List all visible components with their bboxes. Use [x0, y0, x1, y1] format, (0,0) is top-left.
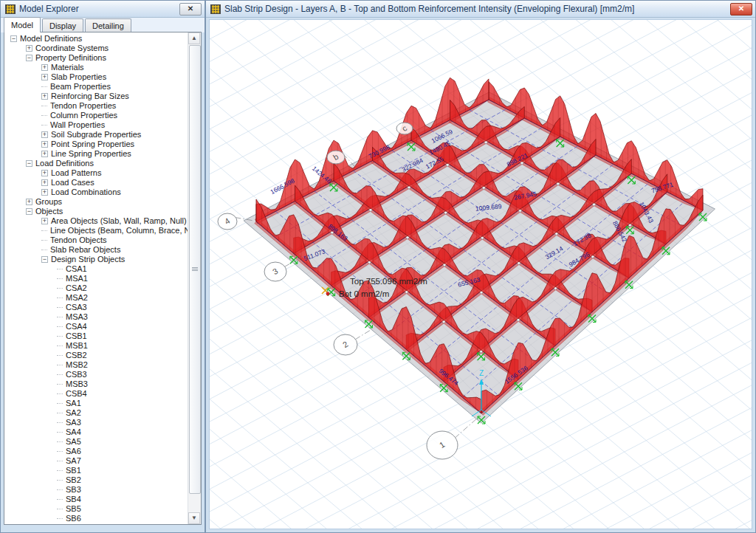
tree-item[interactable]: SB6 [4, 514, 188, 523]
tree-item[interactable]: SA3 [4, 418, 188, 427]
scroll-down-icon[interactable]: ▼ [188, 512, 200, 524]
tree-item-label: Tendon Objects [50, 235, 106, 245]
app-grid-icon [210, 4, 221, 15]
tree-item[interactable]: SA7 [4, 456, 188, 466]
scrollbar-thumb[interactable] [189, 45, 201, 494]
tree-item[interactable]: +Slab Properties [4, 72, 188, 82]
tree-item[interactable]: SB1 [4, 466, 188, 475]
tree-item[interactable]: +Groups [4, 197, 188, 207]
tree-connector [57, 326, 63, 327]
tab-model[interactable]: Model [4, 17, 41, 32]
tree-item[interactable]: SA5 [4, 437, 188, 447]
tree-connector [41, 86, 47, 87]
tree-item[interactable]: −Property Definitions [4, 53, 188, 63]
close-icon[interactable]: ✕ [179, 3, 202, 16]
tab-detailing[interactable]: Detailing [85, 18, 131, 32]
tree-item[interactable]: Wall Properties [4, 120, 188, 130]
scroll-up-icon[interactable]: ▲ [188, 32, 200, 44]
expand-icon[interactable]: + [41, 218, 48, 224]
tree-item-label: SB1 [66, 466, 81, 475]
tree-item[interactable]: CSA3 [4, 303, 188, 312]
tree-connector [57, 518, 63, 519]
tree-item[interactable]: −Objects [4, 207, 188, 216]
tree-item[interactable]: −Design Strip Objects [4, 255, 188, 264]
tree-item[interactable]: +Load Patterns [4, 168, 188, 178]
tree-item[interactable]: SA6 [4, 447, 188, 456]
tree-item[interactable]: MSB1 [4, 341, 188, 351]
tree-item[interactable]: +Load Combinations [4, 188, 188, 197]
tree-connector [41, 115, 47, 116]
tree-scrollbar[interactable]: ▲ ▼ [188, 32, 201, 524]
tree-item-label: Wall Properties [50, 120, 105, 130]
tree-item[interactable]: CSA4 [4, 322, 188, 331]
tree-item[interactable]: MSB2 [4, 360, 188, 370]
tree-item[interactable]: Beam Properties [4, 82, 188, 92]
tree-item[interactable]: CSB1 [4, 331, 188, 341]
tree-item[interactable]: Tendon Properties [4, 101, 188, 111]
tree-connector [41, 125, 47, 125]
design-view-titlebar[interactable]: Slab Strip Design - Layers A, B - Top an… [206, 1, 755, 18]
expand-icon[interactable]: + [41, 170, 48, 176]
tree-item[interactable]: +Materials [4, 63, 188, 72]
tree-item[interactable]: CSA2 [4, 283, 188, 293]
expand-icon[interactable]: + [41, 64, 48, 71]
tree-item[interactable]: MSB3 [4, 379, 188, 389]
tree-item[interactable]: +Line Spring Properties [4, 149, 188, 159]
collapse-icon[interactable]: − [26, 208, 32, 215]
tree-item[interactable]: CSA1 [4, 264, 188, 274]
tree-item-label: CSB4 [66, 389, 87, 399]
close-icon[interactable]: ✕ [730, 3, 752, 16]
tree-item[interactable]: +Soil Subgrade Properties [4, 130, 188, 140]
expand-icon[interactable]: + [41, 93, 48, 100]
tab-display[interactable]: Display [42, 18, 83, 32]
collapse-icon[interactable]: − [10, 35, 17, 42]
tree-item[interactable]: SB5 [4, 504, 188, 514]
tree-item-label: Tendon Properties [50, 101, 116, 111]
collapse-icon[interactable]: − [26, 160, 32, 167]
tree-connector [57, 413, 63, 413]
tree-item-label: SB4 [66, 495, 81, 504]
collapse-icon[interactable]: − [41, 256, 48, 263]
tree-item[interactable]: SA2 [4, 408, 188, 418]
tree-item[interactable]: +Load Cases [4, 178, 188, 188]
floor-grid-line [210, 424, 752, 529]
tree-item[interactable]: MSA1 [4, 274, 188, 283]
model-explorer-titlebar[interactable]: Model Explorer ✕ [1, 1, 205, 18]
expand-icon[interactable]: + [41, 141, 48, 148]
tree-connector [41, 250, 47, 250]
tree-item[interactable]: Line Objects (Beam, Column, Brace, Null) [4, 226, 188, 235]
tree-item[interactable]: MSA3 [4, 312, 188, 322]
tree-item[interactable]: +Reinforcing Bar Sizes [4, 92, 188, 101]
tree-item[interactable]: SB3 [4, 485, 188, 495]
expand-icon[interactable]: + [41, 179, 48, 186]
tree-item-label: CSA4 [66, 322, 87, 331]
tree-item[interactable]: CSB2 [4, 351, 188, 360]
tree-item[interactable]: MSA2 [4, 293, 188, 303]
tree-item[interactable]: Slab Rebar Objects [4, 245, 188, 255]
tree-item[interactable]: CSB4 [4, 389, 188, 399]
expand-icon[interactable]: + [41, 151, 48, 157]
tree-item-label: Reinforcing Bar Sizes [51, 92, 129, 101]
expand-icon[interactable]: + [26, 45, 32, 52]
model-view-canvas[interactable]: 1234bc1666.5981424.481066.591480.45730.9… [210, 20, 752, 529]
tree-item[interactable]: SB4 [4, 495, 188, 504]
tree-item[interactable]: SB2 [4, 475, 188, 485]
expand-icon[interactable]: + [41, 131, 48, 138]
tree-connector [57, 489, 63, 490]
expand-icon[interactable]: + [26, 199, 32, 205]
tree-item[interactable]: Column Properties [4, 111, 188, 120]
tree-item[interactable]: −Load Definitions [4, 159, 188, 168]
tree-item[interactable]: CSB3 [4, 370, 188, 379]
collapse-icon[interactable]: − [26, 55, 32, 61]
tree-item[interactable]: +Area Objects (Slab, Wall, Ramp, Null) [4, 216, 188, 226]
tree-item-label: CSB1 [66, 331, 87, 341]
tree-connector [41, 230, 47, 231]
tree-item[interactable]: −Model Definitions [4, 34, 188, 44]
expand-icon[interactable]: + [41, 189, 48, 196]
tree-item[interactable]: +Coordinate Systems [4, 44, 188, 53]
tree-item[interactable]: SA4 [4, 427, 188, 437]
tree-item[interactable]: SA1 [4, 399, 188, 408]
tree-item[interactable]: +Point Spring Properties [4, 140, 188, 149]
tree-item[interactable]: Tendon Objects [4, 235, 188, 245]
expand-icon[interactable]: + [41, 74, 48, 80]
